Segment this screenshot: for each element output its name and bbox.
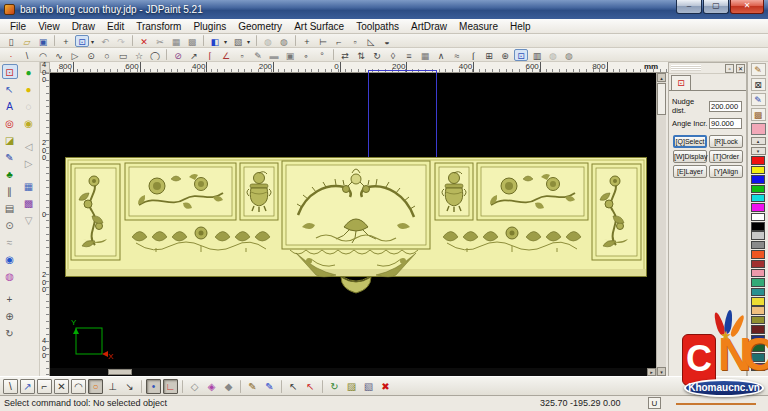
select-mode-button[interactable]: [Q]Select	[673, 135, 707, 148]
snap-tangent-button[interactable]: ↘	[122, 379, 137, 394]
menu-item[interactable]: Transform	[130, 21, 187, 32]
ellipse-tool[interactable]: ○	[100, 49, 114, 61]
rotate-copy-button[interactable]: ↻	[327, 379, 342, 394]
color-scroll-up-button[interactable]: ▴	[751, 137, 766, 145]
eye-tool[interactable]: ◉	[2, 251, 18, 266]
minimize-button[interactable]: –	[676, 0, 702, 14]
separator[interactable]	[182, 380, 183, 393]
snap-node-button[interactable]: ∟	[163, 379, 178, 394]
wave-tool[interactable]: ≈	[450, 49, 464, 61]
horizontal-scrollbar[interactable]: ▸	[50, 368, 656, 376]
color-swatch[interactable]	[751, 194, 765, 203]
select-box-dropdown[interactable]: ▾	[89, 35, 96, 47]
color-swatch[interactable]	[751, 269, 765, 278]
color-swatch[interactable]	[751, 278, 765, 287]
smooth-pen-blue-button[interactable]: ✎	[262, 379, 277, 394]
grid-plus-tool[interactable]: ⊞	[482, 49, 496, 61]
color-swatch[interactable]	[751, 175, 765, 184]
separator[interactable]	[333, 49, 334, 60]
circle-tool[interactable]: ◯	[148, 49, 162, 61]
delete-all-button[interactable]: ✖	[378, 379, 393, 394]
ring-tool[interactable]: ◎	[2, 115, 18, 130]
pencil-pick-tool[interactable]: ✎	[751, 93, 766, 106]
prev-view-button[interactable]: ◁	[21, 138, 37, 153]
align-tool[interactable]: ≡	[402, 49, 416, 61]
pick-delete-button[interactable]: ↖	[303, 379, 318, 394]
color-swatch[interactable]	[751, 156, 765, 165]
trim-tool[interactable]: ⊘	[171, 49, 185, 61]
menu-item[interactable]: Plugins	[187, 21, 232, 32]
menu-item[interactable]: Edit	[101, 21, 130, 32]
order-button[interactable]: [T]Order	[709, 150, 743, 163]
undo-button[interactable]: ↶	[98, 35, 112, 47]
menu-item[interactable]: View	[32, 21, 66, 32]
current-color-swatch[interactable]	[751, 123, 766, 135]
snap-intersect-button[interactable]: ✕	[54, 379, 69, 394]
light-pair-icon[interactable]: ◉	[21, 115, 37, 130]
offset-tool[interactable]: ✎	[251, 49, 265, 61]
separator[interactable]	[322, 380, 323, 393]
circle-center-tool[interactable]: ⊙	[84, 49, 98, 61]
vscroll-up-arrow[interactable]: ▴	[657, 73, 666, 82]
menu-item[interactable]: Draw	[66, 21, 101, 32]
diamond-dot-button[interactable]: ◈	[204, 379, 219, 394]
inset-square-tool[interactable]: ▣	[283, 49, 297, 61]
material-button[interactable]: ▦	[21, 178, 37, 193]
color-swatch[interactable]	[751, 260, 765, 269]
separator[interactable]	[281, 380, 282, 393]
menu-item[interactable]: Measure	[453, 21, 504, 32]
separator[interactable]	[256, 35, 257, 46]
spline-tool[interactable]: ∿	[52, 49, 66, 61]
delete-button[interactable]: ✕	[137, 35, 151, 47]
boxed-select-tool[interactable]: ⊡	[514, 49, 528, 61]
color-swatch[interactable]	[751, 241, 765, 250]
mirror-tool[interactable]: ⇄	[338, 49, 352, 61]
menu-item[interactable]: Geometry	[232, 21, 288, 32]
skew-tool[interactable]: ◊	[386, 49, 400, 61]
polygon-tool[interactable]: ▷	[68, 49, 82, 61]
fill-color-dropdown[interactable]: ▾	[222, 35, 229, 47]
relief-tool[interactable]: ♣	[2, 166, 18, 181]
panel-minimize-button[interactable]: ▫	[725, 64, 734, 73]
star-grid-tool[interactable]: ⊛	[498, 49, 512, 61]
copy-button[interactable]: ▦	[169, 35, 183, 47]
curve-fair-tool[interactable]: ∫	[466, 49, 480, 61]
slope-button[interactable]: ◺	[364, 35, 378, 47]
hscroll-right-arrow[interactable]: ▸	[647, 368, 656, 376]
snap-circle-button[interactable]: ○	[88, 379, 103, 394]
separator[interactable]	[295, 35, 296, 46]
copy-node-tool[interactable]: ∘	[299, 49, 313, 61]
paste-button[interactable]: ▩	[185, 35, 199, 47]
angle-incr-field[interactable]: 90.000	[709, 118, 742, 129]
arc-tool[interactable]: ◠	[36, 49, 50, 61]
new-button[interactable]: ▯	[4, 35, 18, 47]
no-color-tool[interactable]: ⊠	[751, 78, 766, 91]
hatch-pen-button[interactable]: ▨	[344, 379, 359, 394]
save-button[interactable]: ▣	[36, 35, 50, 47]
select-box-button[interactable]: ⊡	[75, 35, 89, 47]
probe-tool[interactable]: ⊙	[2, 217, 18, 232]
display-button[interactable]: [W]Display	[673, 150, 707, 163]
menu-item[interactable]: Art Surface	[288, 21, 350, 32]
layer-button[interactable]: [E]Layer	[673, 165, 707, 178]
color-swatch[interactable]	[751, 288, 765, 297]
refresh-view-tool[interactable]: ↻	[2, 325, 18, 340]
copy-node2-tool[interactable]: °	[315, 49, 329, 61]
rectangle-tool[interactable]: ▭	[116, 49, 130, 61]
snap-perpendicular-button[interactable]: ⊥	[105, 379, 120, 394]
light-on-icon[interactable]: ●	[21, 64, 37, 79]
redo-button[interactable]: ↷	[114, 35, 128, 47]
line-tool[interactable]: \	[20, 49, 34, 61]
render-mode-dropdown[interactable]: ▾	[245, 35, 252, 47]
separator[interactable]	[141, 380, 142, 393]
separator[interactable]	[166, 49, 167, 60]
shield-dark-icon[interactable]: ◍	[277, 35, 291, 47]
pencil-color-tool[interactable]: ✎	[751, 63, 766, 76]
menu-item[interactable]: Help	[504, 21, 537, 32]
close-button[interactable]: ✕	[730, 0, 764, 14]
cut-button[interactable]: ✂	[153, 35, 167, 47]
more-button[interactable]: ▽	[21, 212, 37, 227]
pick-button[interactable]: ↖	[286, 379, 301, 394]
smooth-pen-button[interactable]: ✎	[245, 379, 260, 394]
separator[interactable]	[132, 35, 133, 46]
